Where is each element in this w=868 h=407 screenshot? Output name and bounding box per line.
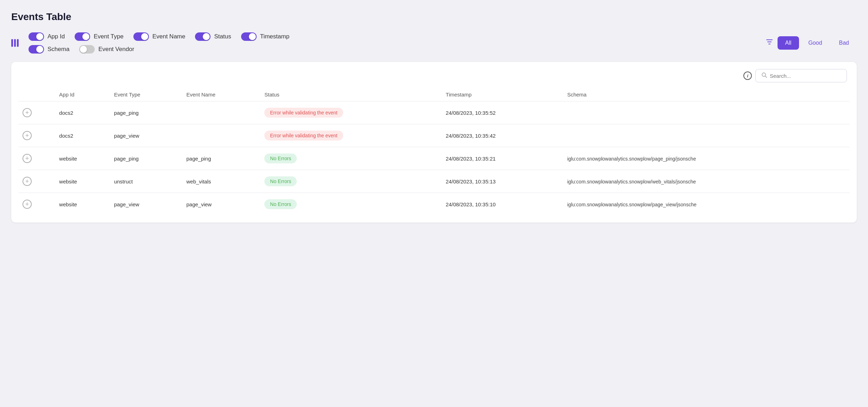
- cell-app-id: docs2: [55, 101, 110, 124]
- schema-value: iglu:com.snowplowanalytics.snowplow/page…: [567, 202, 696, 207]
- expand-cell: +: [18, 147, 55, 170]
- expand-cell: +: [18, 124, 55, 147]
- info-icon[interactable]: i: [743, 71, 752, 80]
- page-title: Events Table: [11, 11, 857, 23]
- cell-event-name: [182, 124, 260, 147]
- cell-app-id: website: [55, 170, 110, 193]
- search-icon: [761, 72, 767, 79]
- search-input[interactable]: [770, 73, 841, 79]
- table-row: +websiteunstructweb_vitalsNo Errors24/08…: [18, 170, 850, 193]
- column-layout-icon[interactable]: [11, 39, 19, 47]
- controls-bar: App IdEvent TypeEvent NameStatusTimestam…: [11, 32, 857, 54]
- toggle-app-id[interactable]: App Id: [29, 32, 65, 41]
- status-badge: No Errors: [264, 176, 297, 186]
- cell-event-type: page_ping: [110, 101, 182, 124]
- expand-icon[interactable]: +: [23, 131, 32, 140]
- toggle-event-vendor[interactable]: Event Vendor: [79, 45, 134, 54]
- toggle-label-event-type: Event Type: [94, 33, 124, 40]
- toggles-row-2: SchemaEvent Vendor: [29, 45, 766, 54]
- toggle-status[interactable]: Status: [195, 32, 231, 41]
- cell-event-name: [182, 101, 260, 124]
- table-body: +docs2page_pingError while validating th…: [18, 101, 850, 216]
- cell-timestamp: 24/08/2023, 10:35:10: [441, 193, 563, 216]
- table-header-bar: i: [18, 69, 850, 82]
- toggle-label-schema: Schema: [48, 46, 69, 53]
- filter-btn-good[interactable]: Good: [800, 36, 830, 50]
- th-timestamp: Timestamp: [441, 88, 563, 101]
- th-expand: [18, 88, 55, 101]
- toggle-switch-event-vendor[interactable]: [79, 45, 95, 54]
- schema-value: iglu:com.snowplowanalytics.snowplow/web_…: [567, 179, 696, 184]
- status-badge: Error while validating the event: [264, 108, 343, 118]
- toggle-schema[interactable]: Schema: [29, 45, 69, 54]
- expand-icon[interactable]: +: [23, 177, 32, 186]
- status-badge: No Errors: [264, 199, 297, 209]
- filter-buttons: AllGoodBad: [778, 36, 857, 50]
- search-box: [755, 69, 847, 82]
- toggle-switch-event-name[interactable]: [133, 32, 149, 41]
- expand-icon[interactable]: +: [23, 154, 32, 163]
- cell-status: No Errors: [260, 147, 441, 170]
- toggle-switch-status[interactable]: [195, 32, 210, 41]
- toggle-switch-schema[interactable]: [29, 45, 44, 54]
- expand-icon[interactable]: +: [23, 200, 32, 209]
- expand-icon[interactable]: +: [23, 108, 32, 117]
- cell-schema: [563, 101, 850, 124]
- table-row: +websitepage_viewpage_viewNo Errors24/08…: [18, 193, 850, 216]
- toggle-timestamp[interactable]: Timestamp: [241, 32, 289, 41]
- table-row: +websitepage_pingpage_pingNo Errors24/08…: [18, 147, 850, 170]
- events-table: App Id Event Type Event Name Status Time…: [18, 88, 850, 215]
- filter-section: AllGoodBad: [766, 36, 857, 50]
- toggle-switch-app-id[interactable]: [29, 32, 44, 41]
- schema-value: iglu:com.snowplowanalytics.snowplow/page…: [567, 156, 696, 162]
- toggle-switch-event-type[interactable]: [75, 32, 90, 41]
- cell-status: Error while validating the event: [260, 124, 441, 147]
- toggle-knob-schema: [36, 46, 43, 53]
- expand-cell: +: [18, 101, 55, 124]
- cell-app-id: docs2: [55, 124, 110, 147]
- status-badge: Error while validating the event: [264, 131, 343, 140]
- toggle-label-timestamp: Timestamp: [260, 33, 289, 40]
- toggle-knob-event-name: [141, 33, 148, 40]
- cell-app-id: website: [55, 193, 110, 216]
- toggle-label-event-vendor: Event Vendor: [98, 46, 134, 53]
- toggle-knob-app-id: [36, 33, 43, 40]
- cell-app-id: website: [55, 147, 110, 170]
- toggle-label-app-id: App Id: [48, 33, 65, 40]
- cell-event-type: page_view: [110, 124, 182, 147]
- th-event-type: Event Type: [110, 88, 182, 101]
- cell-event-name: web_vitals: [182, 170, 260, 193]
- table-header-row: App Id Event Type Event Name Status Time…: [18, 88, 850, 101]
- toggle-knob-event-type: [82, 33, 89, 40]
- cell-event-type: page_view: [110, 193, 182, 216]
- toggles-row-1: App IdEvent TypeEvent NameStatusTimestam…: [29, 32, 766, 41]
- th-status: Status: [260, 88, 441, 101]
- cell-schema: [563, 124, 850, 147]
- toggle-knob-status: [203, 33, 210, 40]
- toggle-switch-timestamp[interactable]: [241, 32, 257, 41]
- cell-event-type: unstruct: [110, 170, 182, 193]
- filter-btn-all[interactable]: All: [778, 36, 799, 50]
- toggle-event-type[interactable]: Event Type: [75, 32, 124, 41]
- cell-timestamp: 24/08/2023, 10:35:21: [441, 147, 563, 170]
- toggle-knob-timestamp: [249, 33, 256, 40]
- th-app-id: App Id: [55, 88, 110, 101]
- toggles-section: App IdEvent TypeEvent NameStatusTimestam…: [29, 32, 766, 54]
- toggle-event-name[interactable]: Event Name: [133, 32, 185, 41]
- cell-status: No Errors: [260, 193, 441, 216]
- table-container: i App Id Event Type Event Name Status Ti…: [11, 62, 857, 223]
- cell-timestamp: 24/08/2023, 10:35:42: [441, 124, 563, 147]
- cell-event-name: page_view: [182, 193, 260, 216]
- toggle-label-status: Status: [214, 33, 231, 40]
- expand-cell: +: [18, 193, 55, 216]
- cell-schema: iglu:com.snowplowanalytics.snowplow/web_…: [563, 170, 850, 193]
- th-schema: Schema: [563, 88, 850, 101]
- cell-timestamp: 24/08/2023, 10:35:52: [441, 101, 563, 124]
- filter-btn-bad[interactable]: Bad: [831, 36, 857, 50]
- expand-cell: +: [18, 170, 55, 193]
- cell-timestamp: 24/08/2023, 10:35:13: [441, 170, 563, 193]
- filter-icon[interactable]: [766, 38, 773, 48]
- cell-status: Error while validating the event: [260, 101, 441, 124]
- th-event-name: Event Name: [182, 88, 260, 101]
- table-row: +docs2page_viewError while validating th…: [18, 124, 850, 147]
